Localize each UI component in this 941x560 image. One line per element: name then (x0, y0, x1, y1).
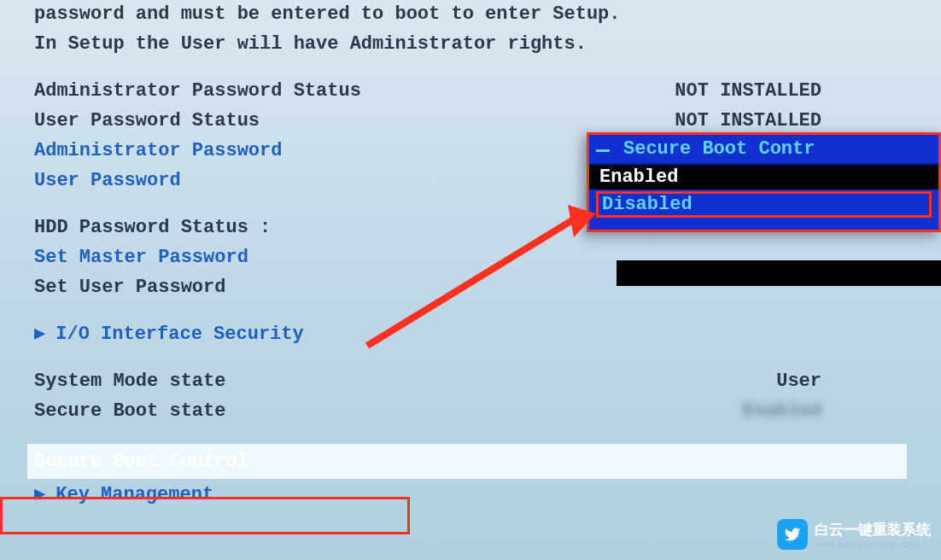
header-line-2: In Setup the User will have Administrato… (34, 30, 907, 58)
system-mode-state-row: System Mode state User (34, 367, 907, 395)
bios-security-panel: password and must be entered to boot to … (0, 0, 941, 509)
io-interface-security-label: I/O Interface Security (56, 320, 303, 348)
black-bar-element (617, 260, 941, 286)
admin-password-status-value: NOT INSTALLED (675, 77, 907, 105)
admin-password-label: Administrator Password (34, 137, 282, 165)
user-password-label: User Password (34, 166, 181, 195)
watermark-logo-icon (777, 519, 808, 550)
system-mode-state-value: User (776, 367, 907, 395)
bottom-highlight-annotation (0, 497, 410, 534)
popup-option-disabled-label: Disabled (602, 194, 693, 215)
secure-boot-state-value: Enabled (743, 397, 907, 425)
header-text-2: In Setup the User will have Administrato… (34, 30, 587, 58)
secure-boot-state-label: Secure Boot state (34, 397, 225, 425)
user-password-status-label: User Password Status (34, 107, 260, 135)
secure-boot-control-label: Secure Boot Control (34, 447, 248, 475)
hdd-password-status-label: HDD Password Status : (34, 213, 271, 242)
user-password-status-row: User Password Status NOT INSTALLED (34, 107, 907, 135)
popup-option-enabled-label: Enabled (599, 166, 678, 188)
watermark-main-text: 白云一键重装系统 (815, 520, 931, 540)
secure-boot-state-row: Secure Boot state Enabled (34, 397, 907, 425)
user-password-status-value: NOT INSTALLED (675, 107, 907, 135)
admin-password-status-row: Administrator Password Status NOT INSTAL… (34, 77, 907, 105)
secure-boot-control-popup: Secure Boot Contr Enabled Disabled (587, 132, 941, 232)
io-interface-security-item[interactable]: ▶ I/O Interface Security (34, 320, 907, 348)
header-text-1: password and must be entered to boot to … (34, 0, 621, 28)
system-mode-state-label: System Mode state (34, 367, 225, 395)
popup-title-text: Secure Boot Contr (599, 138, 815, 160)
watermark-sub-text: www.baiyunxitong.com (815, 540, 931, 549)
header-line-1: password and must be entered to boot to … (34, 0, 907, 28)
admin-password-status-label: Administrator Password Status (34, 77, 361, 105)
popup-option-enabled[interactable]: Enabled (589, 165, 938, 190)
secure-boot-control-item[interactable]: Secure Boot Control (27, 444, 907, 479)
submenu-arrow-icon: ▶ (34, 320, 45, 348)
set-master-password-label: Set Master Password (34, 243, 248, 271)
set-user-password-label: Set User Password (34, 273, 225, 301)
popup-title-bar: Secure Boot Contr (589, 135, 938, 165)
watermark-text-block: 白云一键重装系统 www.baiyunxitong.com (815, 520, 931, 549)
watermark: 白云一键重装系统 www.baiyunxitong.com (777, 519, 931, 550)
popup-option-disabled[interactable]: Disabled (596, 191, 932, 218)
popup-bottom-spacer (589, 219, 938, 230)
